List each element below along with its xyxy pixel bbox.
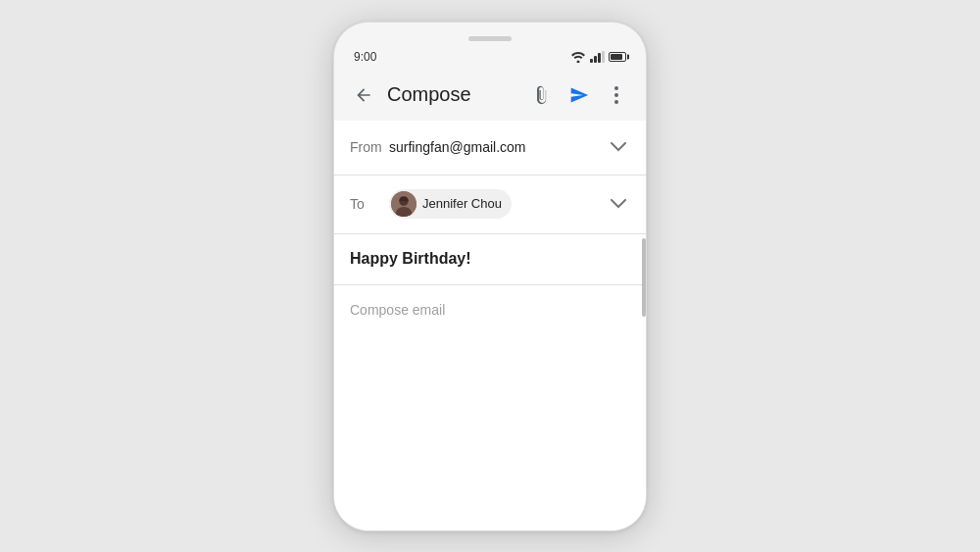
signal-bar-3 — [598, 53, 601, 63]
send-icon — [569, 85, 589, 105]
status-bar: 9:00 — [334, 23, 646, 70]
from-label: From — [350, 139, 389, 155]
toolbar-actions — [524, 77, 634, 113]
to-field[interactable]: Jennifer Chou — [389, 189, 607, 220]
svg-point-0 — [614, 86, 618, 90]
to-contact-chip[interactable]: Jennifer Chou — [389, 189, 512, 219]
signal-bar-1 — [590, 59, 593, 63]
from-value: surfingfan@gmail.com — [389, 139, 607, 155]
phone-speaker — [468, 36, 512, 41]
subject-text: Happy Birthday! — [350, 250, 471, 268]
contact-name: Jennifer Chou — [422, 196, 502, 211]
battery-icon — [609, 52, 626, 62]
scrollbar-track — [642, 219, 646, 530]
to-label: To — [350, 196, 389, 212]
signal-bar-2 — [594, 56, 597, 63]
content-area: From surfingfan@gmail.com To — [334, 121, 646, 530]
from-row: From surfingfan@gmail.com — [334, 121, 646, 176]
signal-icon — [590, 51, 605, 63]
to-chevron-button[interactable] — [607, 192, 630, 216]
chevron-down-icon-to — [611, 199, 626, 209]
send-button[interactable] — [562, 77, 597, 113]
body-row[interactable]: Compose email — [334, 285, 646, 530]
attach-icon — [532, 85, 552, 105]
more-vertical-icon — [614, 86, 618, 104]
avatar-image — [391, 191, 416, 217]
back-button[interactable] — [346, 77, 381, 113]
subject-row[interactable]: Happy Birthday! — [334, 234, 646, 285]
status-time: 9:00 — [354, 50, 376, 64]
status-icons — [570, 51, 626, 63]
toolbar: Compose — [334, 70, 646, 121]
svg-point-2 — [614, 100, 618, 104]
from-chevron-button[interactable] — [607, 135, 630, 159]
contact-avatar — [391, 191, 416, 217]
toolbar-title: Compose — [381, 83, 524, 106]
chevron-down-icon — [611, 142, 626, 152]
back-arrow-icon — [354, 85, 373, 105]
signal-bar-4 — [602, 51, 605, 63]
to-row: To — [334, 176, 646, 234]
wifi-icon — [570, 51, 586, 63]
body-placeholder: Compose email — [350, 302, 445, 318]
attach-button[interactable] — [524, 77, 560, 113]
more-options-button[interactable] — [599, 77, 634, 113]
phone-wrapper: 9:00 — [0, 0, 980, 552]
battery-fill — [611, 54, 622, 60]
phone-device: 9:00 — [333, 22, 647, 531]
svg-point-1 — [614, 93, 618, 97]
scrollbar-thumb[interactable] — [642, 238, 646, 317]
